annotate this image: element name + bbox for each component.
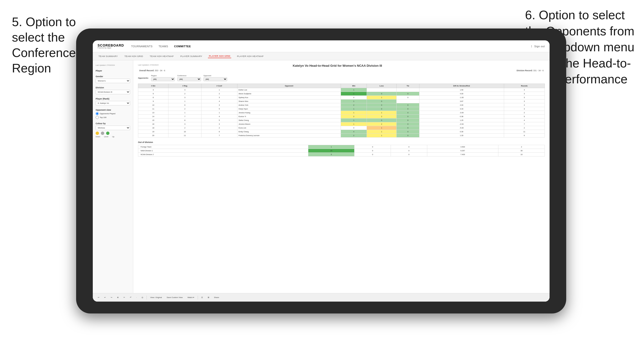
table-row: 11 2 5 Heejo Hyun 1 0 0 3.33 3 xyxy=(138,107,545,111)
table-row: 15 8 5 Stella Cheng 1 0 0 1.25 4 xyxy=(138,119,545,122)
sidebar-division-label: Division xyxy=(96,86,130,89)
sub-nav: TEAM SUMMARY TEAM H2H GRID TEAM H2H HEAT… xyxy=(93,52,550,60)
toolbar-dot[interactable]: · xyxy=(135,296,138,299)
overall-record: Overall Record: 353 - 34 - 6 xyxy=(139,69,165,72)
out-of-division-title: Out of division xyxy=(138,141,545,144)
sub-nav-team-h2h-grid[interactable]: TEAM H2H GRID xyxy=(124,54,144,58)
toolbar-back[interactable]: ↶ xyxy=(128,296,133,299)
color-circles xyxy=(96,132,130,135)
opponent-label: Opponent xyxy=(204,75,227,77)
th-opponent: Opponent xyxy=(237,84,341,88)
conference-select[interactable]: (All) xyxy=(177,77,201,81)
sidebar-player-rank-label: Player (Rank) xyxy=(96,98,130,100)
sidebar-player: Player xyxy=(96,70,130,72)
region-filter: Region (All) xyxy=(151,75,175,81)
toolbar-add[interactable]: ⊕ xyxy=(116,296,120,299)
region-select[interactable]: (All) xyxy=(151,77,175,81)
table-row: 6 3 3 Sydney Kuo 0 1 0 -1.00 3 xyxy=(138,96,545,100)
out-table-row: NCAA Division 2 5 0 0 7.400 10 xyxy=(138,153,545,157)
sidebar-division: Division NCAA Division III NCAA Division… xyxy=(96,86,130,94)
sub-nav-team-h2h-heatmap[interactable]: TEAM H2H HEATMAP xyxy=(149,54,174,58)
nav-tournaments[interactable]: TOURNAMENTS xyxy=(131,44,152,49)
th-reg: # Reg xyxy=(168,84,201,88)
th-div: # Div xyxy=(138,84,168,88)
sidebar-player-rank: Player (Rank) 8. Katelyn Vo xyxy=(96,98,130,105)
table-row: 13 1 1 Jessica Huang 1 1 0 -3.00 2 xyxy=(138,111,545,115)
report-title: Katelyn Vo Head-to-Head Grid for Women's… xyxy=(158,64,516,67)
sub-nav-player-h2h-heatmap[interactable]: PLAYER H2H HEATMAP xyxy=(236,54,264,58)
color-up-label: Up xyxy=(112,136,114,138)
toolbar-grid1[interactable]: ⊡ xyxy=(200,296,204,299)
division-record: Division Record: 331 - 34 - 6 xyxy=(517,69,544,72)
table-row: 5 2 2 Alexis Sudjianto 1 0 0 4.00 3 xyxy=(138,92,545,96)
sidebar-opponent-view-label: Opponent view xyxy=(96,109,130,111)
toolbar-undo[interactable]: ↩ xyxy=(96,296,101,299)
table-body: 3 3 1 Esther Lee 1 1.50 4 5 2 2 Alexis S… xyxy=(138,88,545,138)
toolbar-grid2[interactable]: ⊞ xyxy=(206,296,211,299)
toolbar-save-custom[interactable]: Save Custom View xyxy=(165,296,184,299)
conference-filter: Conference (All) xyxy=(177,75,201,81)
table-row: 19 10 6 Emily Chang 4 1 0 0.30 11 xyxy=(138,130,545,134)
toolbar-circle[interactable]: ◎ xyxy=(140,296,145,299)
logo-sub: Powered by clippd xyxy=(98,47,124,49)
sidebar-player-label: Player xyxy=(96,70,130,72)
opponent-filter: Opponent (All) xyxy=(204,75,227,81)
sidebar-gender-label: Gender xyxy=(96,75,130,78)
color-level-label: Level xyxy=(104,136,108,138)
table-row: 16 3 3 Jessica Mason 1 2 0 -0.94 7 xyxy=(138,122,545,126)
radio-opponents-played[interactable]: Opponents Played xyxy=(96,112,130,115)
gender-select[interactable]: Women's Men's xyxy=(96,79,130,83)
th-loss: Loss xyxy=(366,84,396,88)
th-tie: Tie xyxy=(396,84,419,88)
toolbar-view-original[interactable]: View: Original xyxy=(149,296,163,299)
toolbar-share[interactable]: Share xyxy=(213,296,220,299)
toolbar-sep2 xyxy=(198,296,198,300)
sub-nav-player-h2h-grid[interactable]: PLAYER H2H GRID xyxy=(208,54,231,58)
table-header-row: # Div # Reg # Conf Opponent Win Loss Tie… xyxy=(138,84,545,88)
table-row: 20 11 7 Federica Domecq Lacroze 2 1 0 1.… xyxy=(138,134,545,138)
sidebar-gender: Gender Women's Men's xyxy=(96,75,130,83)
sidebar-radio-group: Opponents Played Top 100 xyxy=(96,112,130,119)
nav-separator: | xyxy=(531,45,532,47)
table-row: 10 6 3 Andrea York 2 0 0 4.00 4 xyxy=(138,103,545,107)
toolbar-cut[interactable]: ✂ xyxy=(122,296,126,299)
sign-out-link[interactable]: Sign out xyxy=(534,44,545,49)
sub-nav-team-summary[interactable]: TEAM SUMMARY xyxy=(98,54,119,58)
main-content: Last Updated: 27/03/2024 Player Gender W… xyxy=(93,60,550,302)
report-header: Last Updated: 27/03/2024 Katelyn Vo Head… xyxy=(138,64,545,67)
division-select[interactable]: NCAA Division III NCAA Division I NCAA D… xyxy=(96,90,130,94)
toolbar-sep1 xyxy=(146,296,147,300)
opponent-select[interactable]: (All) xyxy=(204,77,227,81)
region-label: Region xyxy=(151,75,175,77)
bottom-toolbar: ↩ ↩ ↪ ⊕ ✂ ↶ · ◎ View: Original Save Cust… xyxy=(93,293,550,302)
color-up-circle xyxy=(106,132,110,135)
nav-teams[interactable]: TEAMS xyxy=(158,44,168,49)
out-table-body: Foreign Team 1 0 0 4.500 2 NAIA Division… xyxy=(138,145,545,157)
top-nav: SCOREBOARD Powered by clippd TOURNAMENTS… xyxy=(93,40,550,52)
sidebar: Last Updated: 27/03/2024 Player Gender W… xyxy=(93,60,133,302)
logo-main: SCOREBOARD xyxy=(98,44,124,47)
table-row: 18 2 2 Euna Lee 0 1 0 -5.00 2 xyxy=(138,126,545,130)
out-table-row: NAIA Division 1 15 0 0 9.267 30 xyxy=(138,149,545,153)
player-rank-select[interactable]: 8. Katelyn Vo xyxy=(96,101,130,105)
sub-nav-player-summary[interactable]: PLAYER SUMMARY xyxy=(180,54,203,58)
th-diff: Diff Av Strokes/Rnd xyxy=(419,84,504,88)
th-win: Win xyxy=(341,84,367,88)
table-row: 3 3 1 Esther Lee 1 1.50 4 xyxy=(138,88,545,92)
toolbar-undo2[interactable]: ↩ xyxy=(103,296,107,299)
tablet-device: SCOREBOARD Powered by clippd TOURNAMENTS… xyxy=(76,28,566,314)
table-row: 14 7 4 Eunice Yi 2 2 0 0.38 9 xyxy=(138,115,545,119)
records-row: Overall Record: 353 - 34 - 6 Division Re… xyxy=(138,69,545,72)
th-rounds: Rounds xyxy=(504,84,544,88)
color-down-circle xyxy=(96,132,99,135)
conference-label: Conference xyxy=(177,75,201,77)
radio-top100[interactable]: Top 100 xyxy=(96,116,130,119)
colour-by-select[interactable]: Win/loss xyxy=(96,126,130,130)
toolbar-redo[interactable]: ↪ xyxy=(109,296,114,299)
toolbar-watch[interactable]: Watch ▾ xyxy=(186,296,196,299)
nav-committee[interactable]: COMMITTEE xyxy=(174,44,191,49)
filters-container: Opponents: Region (All) Conference (All) xyxy=(138,75,545,81)
th-conf: # Conf xyxy=(201,84,237,88)
main-data-table: # Div # Reg # Conf Opponent Win Loss Tie… xyxy=(138,84,545,138)
report-area: Last Updated: 27/03/2024 Katelyn Vo Head… xyxy=(133,60,550,302)
